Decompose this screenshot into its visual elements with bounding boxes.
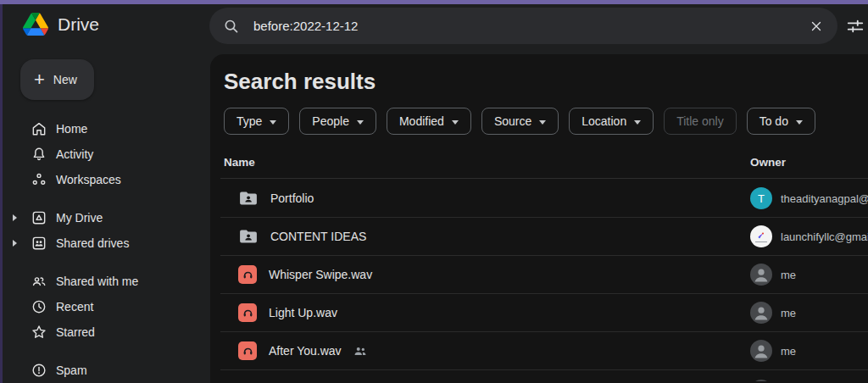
home-icon <box>31 120 47 137</box>
plus-icon: + <box>34 70 45 89</box>
shared-folder-icon <box>238 188 259 208</box>
main-panel: Search results Type People Modified Sour… <box>210 54 868 383</box>
sidebar-item-home[interactable]: Home <box>0 116 210 142</box>
google-drive-app: Drive before:2022-12-12 + New Home <box>0 0 868 383</box>
sidebar-item-label: Shared with me <box>56 275 138 288</box>
sidebar-item-shared-with-me[interactable]: Shared with me <box>0 269 210 294</box>
chevron-right-icon[interactable] <box>13 214 17 221</box>
search-icon[interactable] <box>223 18 240 35</box>
filter-chip-title-only[interactable]: Title only <box>664 108 737 135</box>
avatar-person-icon <box>750 264 772 286</box>
filter-chip-people[interactable]: People <box>299 108 376 135</box>
table-row-partial[interactable] <box>220 370 868 381</box>
file-name: After You.wav <box>269 344 342 358</box>
owner-name: me <box>781 345 796 358</box>
spam-icon <box>31 362 47 379</box>
filter-chips: Type People Modified Source Location Tit… <box>224 108 815 135</box>
new-button[interactable]: + New <box>20 59 94 100</box>
tune-icon[interactable] <box>846 17 865 36</box>
avatar-person-icon <box>750 340 772 362</box>
window-frame-top <box>0 0 868 4</box>
audio-file-icon <box>238 265 257 284</box>
app-title: Drive <box>58 14 99 35</box>
owner-cell: launchifyllc@gmai <box>750 218 868 255</box>
star-icon <box>31 324 47 341</box>
drive-logo-block: Drive <box>23 13 99 36</box>
avatar: T <box>750 187 772 209</box>
sidebar-item-shared-drives[interactable]: Shared drives <box>0 230 210 256</box>
sidebar-item-label: Shared drives <box>56 236 129 250</box>
file-name-cell: Light Up.wav <box>238 294 337 331</box>
new-button-label: New <box>53 73 77 86</box>
file-name: Portfolio <box>270 192 314 205</box>
table-row[interactable]: CONTENT IDEAS launchifyllc@gmai <box>220 218 868 256</box>
chevron-down-icon <box>634 120 641 125</box>
sidebar: Home Activity Workspaces My <box>0 116 210 383</box>
sidebar-item-label: Activity <box>56 147 93 161</box>
column-header-name[interactable]: Name <box>224 156 255 169</box>
close-icon[interactable] <box>809 19 824 34</box>
table-body: Portfolio T theadityanagpal@ CONTENT IDE… <box>220 180 868 381</box>
file-name: Light Up.wav <box>269 306 337 319</box>
chevron-down-icon <box>452 120 459 125</box>
shared-folder-icon <box>238 226 259 247</box>
file-name-cell: Whisper Swipe.wav <box>238 256 372 293</box>
chip-label: People <box>312 114 349 128</box>
sidebar-item-label: Spam <box>56 364 87 377</box>
shared-people-icon <box>353 345 367 357</box>
owner-cell: me <box>750 332 868 369</box>
search-bar[interactable]: before:2022-12-12 <box>209 8 837 44</box>
chevron-down-icon <box>357 120 364 125</box>
sidebar-item-activity[interactable]: Activity <box>0 142 210 167</box>
table-row[interactable]: After You.wav me <box>220 332 868 370</box>
chip-label: Title only <box>676 114 724 128</box>
people-icon <box>31 273 47 290</box>
file-name: CONTENT IDEAS <box>270 230 366 243</box>
chevron-down-icon <box>539 120 546 125</box>
chip-label: Location <box>581 114 626 128</box>
owner-name: me <box>781 307 796 319</box>
filter-chip-location[interactable]: Location <box>569 108 654 135</box>
sidebar-section-drives: My Drive Shared drives <box>0 205 210 256</box>
sidebar-item-spam[interactable]: Spam <box>0 358 210 383</box>
file-name-cell: Portfolio <box>238 180 314 217</box>
filter-chip-type[interactable]: Type <box>224 108 289 135</box>
owner-cell: T theadityanagpal@ <box>750 180 868 217</box>
file-name-cell: After You.wav <box>238 332 367 369</box>
column-header-owner[interactable]: Owner <box>750 156 786 169</box>
sidebar-item-starred[interactable]: Starred <box>0 319 210 345</box>
audio-file-icon <box>238 303 257 322</box>
chevron-down-icon <box>270 120 276 125</box>
clock-icon <box>31 298 47 315</box>
owner-name: launchifyllc@gmai <box>781 230 868 243</box>
filter-chip-to-do[interactable]: To do <box>747 108 815 135</box>
sidebar-item-my-drive[interactable]: My Drive <box>0 205 210 230</box>
sidebar-item-label: Recent <box>56 300 93 314</box>
my-drive-icon <box>31 209 47 226</box>
workspaces-icon <box>31 171 47 188</box>
table-row[interactable]: Light Up.wav me <box>220 294 868 332</box>
chevron-right-icon[interactable] <box>13 240 17 247</box>
file-name-cell: CONTENT IDEAS <box>238 218 366 255</box>
sidebar-section-other: Spam <box>0 358 210 383</box>
owner-name: theadityanagpal@ <box>781 192 868 205</box>
sidebar-item-recent[interactable]: Recent <box>0 294 210 319</box>
table-header: Name Owner <box>220 136 868 179</box>
shared-drives-icon <box>31 235 47 252</box>
filter-chip-modified[interactable]: Modified <box>387 108 471 135</box>
table-row[interactable]: Whisper Swipe.wav me <box>220 256 868 294</box>
sidebar-item-workspaces[interactable]: Workspaces <box>0 167 210 192</box>
table-row[interactable]: Portfolio T theadityanagpal@ <box>220 180 868 218</box>
chip-label: Source <box>494 114 531 128</box>
avatar-person-icon <box>750 380 772 381</box>
file-name: Whisper Swipe.wav <box>269 268 372 281</box>
owner-cell: me <box>750 256 868 293</box>
filter-chip-source[interactable]: Source <box>481 108 559 135</box>
sidebar-section-main: Home Activity Workspaces <box>0 116 210 192</box>
avatar <box>750 225 772 247</box>
sidebar-section-shared: Shared with me Recent Starred <box>0 269 210 345</box>
search-input[interactable]: before:2022-12-12 <box>253 19 795 33</box>
avatar-person-icon <box>750 302 772 324</box>
chip-label: Type <box>236 114 262 128</box>
bell-icon <box>31 146 47 163</box>
